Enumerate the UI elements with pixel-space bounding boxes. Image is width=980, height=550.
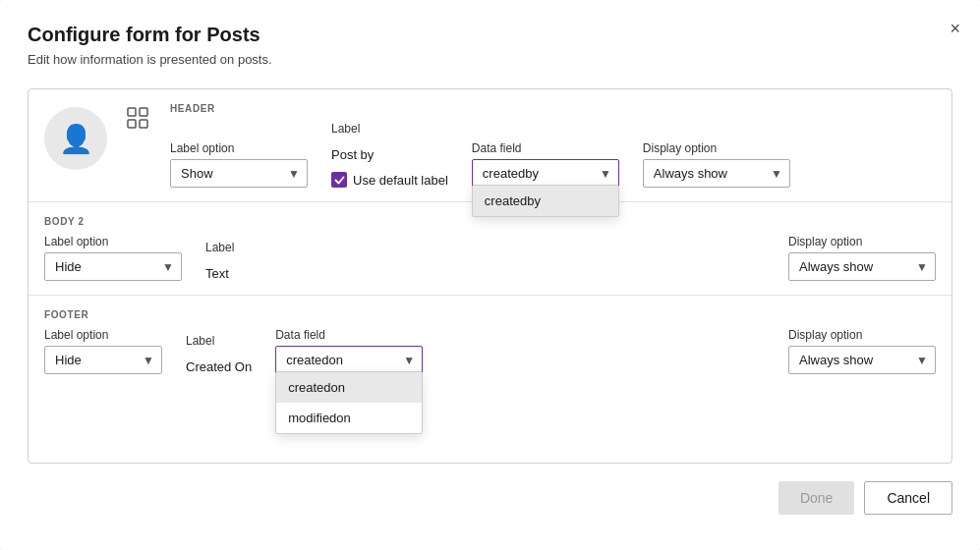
footer-display-option-label: Display option (788, 328, 936, 342)
header-label-option-group: Label option Show Hide ▼ (170, 141, 308, 188)
footer-section-tag: FOOTER (44, 309, 936, 320)
header-data-field-group: Data field createdby ▼ createdby (472, 141, 619, 188)
footer-label-option-select[interactable]: Show Hide (44, 346, 162, 374)
footer-label-value: Created On (186, 352, 252, 374)
footer-label-option-group: Label option Show Hide ▼ (44, 328, 162, 374)
svg-rect-3 (140, 120, 147, 128)
footer-data-field-select[interactable]: createdon modifiedon (275, 346, 423, 374)
body2-label-label: Label (205, 241, 234, 254)
done-button: Done (778, 481, 854, 515)
footer-display-option-group: Display option Always show Hide ▼ (788, 328, 936, 374)
header-label-value: Post by (331, 139, 448, 162)
use-default-label: Use default label (353, 173, 448, 188)
grid-icon (127, 107, 154, 135)
header-display-option-select[interactable]: Always show Hide (643, 159, 790, 188)
footer-dropdown-option-createdon[interactable]: createdon (276, 372, 422, 403)
footer-data-field-select-wrapper: createdon modifiedon ▼ (275, 346, 423, 374)
person-icon: 👤 (59, 123, 93, 155)
footer-label-option-label: Label option (44, 328, 162, 342)
header-dropdown-option-createdby[interactable]: createdby (473, 186, 618, 216)
footer-display-option-select[interactable]: Always show Hide (788, 346, 936, 374)
footer-label-label: Label (186, 334, 252, 348)
header-section-tag: HEADER (170, 103, 936, 114)
header-label-option-select[interactable]: Show Hide (170, 159, 308, 188)
footer-data-field-dropdown: createdon modifiedon (275, 371, 423, 434)
cancel-button[interactable]: Cancel (864, 481, 952, 515)
footer-dropdown-option-modifiedon[interactable]: modifiedon (276, 403, 422, 433)
header-display-option-label: Display option (643, 141, 790, 155)
header-display-option-group: Display option Always show Hide ▼ (643, 141, 790, 188)
dialog-subtitle: Edit how information is presented on pos… (28, 52, 952, 67)
body2-label-option-group: Label option Show Hide ▼ (44, 235, 182, 281)
svg-rect-0 (128, 108, 136, 116)
body2-section-tag: BODY 2 (44, 216, 936, 227)
header-label-group: Label Post by Use default label (331, 122, 448, 188)
use-default-checkbox[interactable] (331, 172, 347, 188)
dialog-title: Configure form for Posts (28, 24, 952, 46)
body2-display-option-group: Display option Always show Hide ▼ (788, 235, 936, 281)
header-data-field-select[interactable]: createdby (472, 159, 619, 188)
header-label-label: Label (331, 122, 448, 136)
header-data-field-dropdown: createdby (472, 185, 619, 217)
svg-rect-2 (128, 120, 136, 128)
footer-label-group: Label Created On (186, 334, 252, 374)
header-label-option-label: Label option (170, 141, 308, 155)
body2-display-option-label: Display option (788, 235, 936, 248)
footer-data-field-label: Data field (275, 328, 423, 342)
body2-display-option-select[interactable]: Always show Hide (788, 252, 936, 281)
form-card: 👤 HEADER L (28, 88, 952, 464)
header-fields-area: HEADER Label option Show Hide ▼ (170, 103, 936, 188)
body2-label-value: Text (205, 258, 234, 281)
header-use-default-row: Use default label (331, 172, 448, 188)
header-display-option-select-wrapper: Always show Hide ▼ (643, 159, 790, 188)
footer-label-option-select-wrapper: Show Hide ▼ (44, 346, 162, 374)
body2-label-group: Label Text (205, 241, 234, 281)
header-data-field-label: Data field (472, 141, 619, 155)
avatar: 👤 (44, 107, 107, 170)
close-button[interactable]: × (950, 20, 960, 37)
body2-display-option-select-wrapper: Always show Hide ▼ (788, 252, 936, 281)
body2-label-option-label: Label option (44, 235, 182, 248)
dialog-footer: Done Cancel (28, 481, 952, 515)
footer-data-field-group: Data field createdon modifiedon ▼ create… (275, 328, 423, 374)
header-section: 👤 HEADER L (29, 89, 951, 202)
header-data-field-select-wrapper: createdby ▼ (472, 159, 619, 188)
footer-section: FOOTER Label option Show Hide ▼ Label (29, 296, 951, 463)
body2-label-option-select-wrapper: Show Hide ▼ (44, 252, 182, 281)
footer-display-option-select-wrapper: Always show Hide ▼ (788, 346, 936, 374)
header-label-option-select-wrapper: Show Hide ▼ (170, 159, 308, 188)
svg-rect-1 (140, 108, 147, 116)
body2-label-option-select[interactable]: Show Hide (44, 252, 182, 281)
configure-form-dialog: Configure form for Posts Edit how inform… (0, 0, 980, 550)
